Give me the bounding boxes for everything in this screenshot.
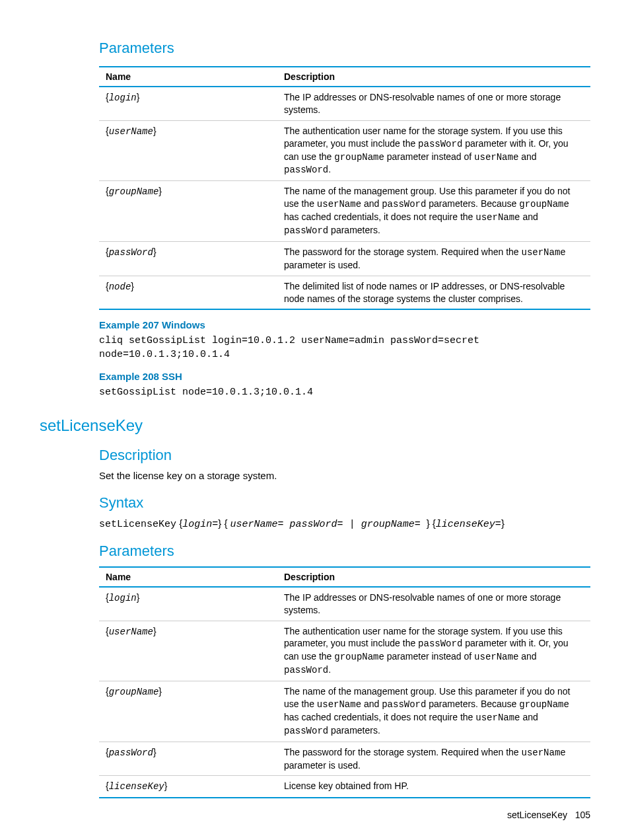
- text-run: passWord: [418, 638, 462, 649]
- text-run: userName: [474, 152, 518, 163]
- param-desc-cell: The authentication user name for the sto…: [277, 621, 590, 681]
- text-run: has cached credentials, it does not requ…: [284, 712, 475, 722]
- param-desc-cell: The delimited list of node names or IP a…: [277, 276, 590, 309]
- text-run: License key obtained from HP.: [284, 781, 409, 791]
- text-run: groupName=: [355, 519, 427, 530]
- parameters-table-1: Name Description {login}The IP addresses…: [99, 66, 590, 310]
- text-run: and: [361, 198, 382, 209]
- param-name-cell: {passWord}: [99, 742, 277, 776]
- param-name-cell: {node}: [99, 276, 277, 309]
- col-header-description: Description: [277, 67, 590, 87]
- example-208-code: setGossipList node=10.0.1.3;10.0.1.4: [99, 386, 590, 399]
- table-row: {passWord}The password for the storage s…: [99, 742, 590, 776]
- text-run: } {: [427, 517, 436, 529]
- param-name: node: [109, 282, 131, 292]
- param-desc-cell: The name of the management group. Use th…: [277, 181, 590, 242]
- example-207-title: Example 207 Windows: [99, 319, 590, 330]
- footer-page: 105: [575, 810, 590, 820]
- text-run: parameters.: [328, 225, 380, 235]
- description-text: Set the license key on a storage system.: [99, 469, 590, 482]
- text-run: passWord: [418, 139, 462, 149]
- example-208-title: Example 208 SSH: [99, 371, 590, 382]
- param-name-cell: {passWord}: [99, 241, 277, 276]
- param-desc-cell: The password for the storage system. Req…: [277, 742, 590, 776]
- text-run: |: [349, 519, 355, 530]
- text-run: setLicenseKey: [99, 519, 176, 530]
- param-name-cell: {groupName}: [99, 681, 277, 742]
- text-run: userName: [475, 712, 520, 723]
- text-run: login=: [182, 519, 218, 530]
- table-body-2: {login}The IP addresses or DNS-resolvabl…: [99, 587, 590, 798]
- example-207-code: cliq setGossipList login=10.0.1.2 userNa…: [99, 334, 590, 362]
- param-name-cell: {userName}: [99, 621, 277, 681]
- text-run: .: [328, 664, 331, 675]
- text-run: and: [518, 151, 536, 162]
- text-run: and: [361, 699, 382, 709]
- param-name: passWord: [109, 747, 153, 758]
- text-run: userName: [317, 199, 361, 210]
- param-name: userName: [109, 627, 153, 637]
- command-heading: setLicenseKey: [40, 416, 590, 435]
- text-run: The password for the storage system. Req…: [284, 247, 522, 257]
- table-row: {licenseKey}License key obtained from HP…: [99, 776, 590, 798]
- table-row: {userName}The authentication user name f…: [99, 621, 590, 681]
- param-name: groupName: [109, 687, 159, 697]
- col-header-name: Name: [99, 67, 277, 87]
- text-run: has cached credentials, it does not requ…: [284, 211, 475, 222]
- parameters-heading-2: Parameters: [99, 543, 590, 560]
- document-page: Parameters Name Description {login}The I…: [0, 0, 630, 840]
- text-run: and: [518, 651, 536, 662]
- param-desc-cell: The IP addresses or DNS-resolvable names…: [277, 587, 590, 621]
- footer-text: setLicenseKey: [507, 810, 567, 820]
- table-row: {passWord}The password for the storage s…: [99, 241, 590, 276]
- text-run: passWord: [284, 225, 328, 236]
- param-name-cell: {login}: [99, 87, 277, 120]
- text-run: } {: [218, 517, 230, 529]
- table-row: {groupName}The name of the management gr…: [99, 681, 590, 742]
- text-run: userName: [522, 247, 566, 258]
- text-run: and: [520, 211, 538, 222]
- text-run: groupName: [519, 199, 569, 210]
- text-run: groupName: [334, 652, 384, 662]
- text-run: userName: [317, 699, 361, 710]
- text-run: passWord: [284, 165, 328, 175]
- parameters-heading-1: Parameters: [99, 40, 590, 57]
- table-row: {login}The IP addresses or DNS-resolvabl…: [99, 587, 590, 621]
- text-run: groupName: [334, 152, 384, 163]
- text-run: passWord: [284, 665, 328, 675]
- syntax-line: setLicenseKey {login=} { userName= passW…: [99, 517, 590, 531]
- table-row: {groupName}The name of the management gr…: [99, 181, 590, 242]
- text-run: The IP addresses or DNS-resolvable names…: [284, 592, 561, 615]
- table-body-1: {login}The IP addresses or DNS-resolvabl…: [99, 87, 590, 309]
- param-name-cell: {licenseKey}: [99, 776, 277, 798]
- param-name: groupName: [109, 186, 159, 197]
- text-run: parameter instead of: [384, 651, 474, 662]
- text-run: and: [520, 712, 538, 722]
- param-name: login: [109, 93, 137, 103]
- table-row: {login}The IP addresses or DNS-resolvabl…: [99, 87, 590, 120]
- syntax-heading: Syntax: [99, 494, 590, 512]
- text-run: parameters. Because: [426, 699, 519, 709]
- param-name: passWord: [109, 247, 153, 258]
- param-desc-cell: The password for the storage system. Req…: [277, 241, 590, 276]
- param-name: login: [109, 593, 137, 603]
- param-name-cell: {userName}: [99, 120, 277, 181]
- text-run: userName: [475, 212, 520, 223]
- param-name-cell: {login}: [99, 587, 277, 621]
- param-name: userName: [109, 126, 153, 137]
- text-run: The IP addresses or DNS-resolvable names…: [284, 92, 561, 115]
- text-run: passWord: [382, 699, 426, 710]
- text-run: passWord: [284, 726, 328, 736]
- text-run: parameter is used.: [284, 760, 361, 771]
- text-run: userName: [522, 747, 566, 758]
- text-run: }: [501, 517, 505, 529]
- description-heading: Description: [99, 447, 590, 464]
- param-desc-cell: The name of the management group. Use th…: [277, 681, 590, 742]
- text-run: parameters. Because: [426, 198, 519, 209]
- text-run: parameter instead of: [384, 151, 474, 162]
- table-row: {userName}The authentication user name f…: [99, 120, 590, 181]
- parameters-table-2: Name Description {login}The IP addresses…: [99, 566, 590, 799]
- param-desc-cell: The authentication user name for the sto…: [277, 120, 590, 181]
- text-run: groupName: [519, 699, 569, 710]
- text-run: parameters.: [328, 725, 380, 736]
